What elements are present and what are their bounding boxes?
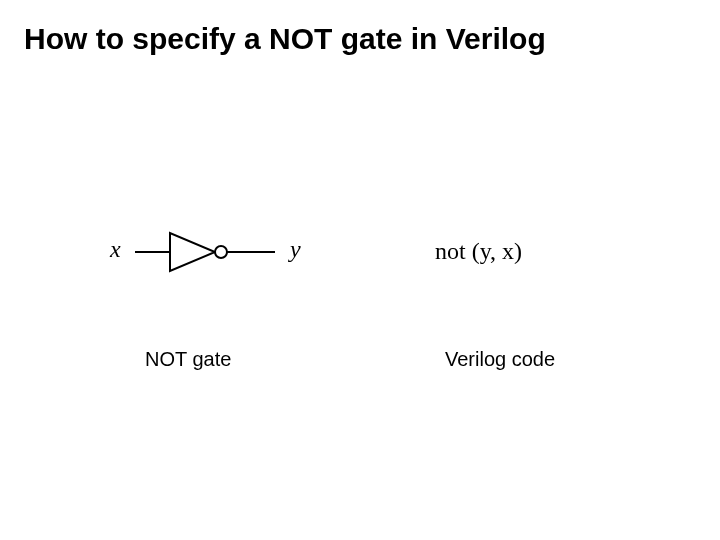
svg-marker-1 bbox=[170, 233, 215, 271]
verilog-statement: not (y, x) bbox=[435, 238, 522, 265]
gate-output-label: y bbox=[290, 236, 301, 263]
code-caption: Verilog code bbox=[445, 348, 555, 371]
gate-caption: NOT gate bbox=[145, 348, 231, 371]
gate-input-label: x bbox=[110, 236, 121, 263]
svg-point-2 bbox=[215, 246, 227, 258]
page-title: How to specify a NOT gate in Verilog bbox=[24, 22, 546, 56]
not-gate-icon bbox=[135, 225, 285, 280]
